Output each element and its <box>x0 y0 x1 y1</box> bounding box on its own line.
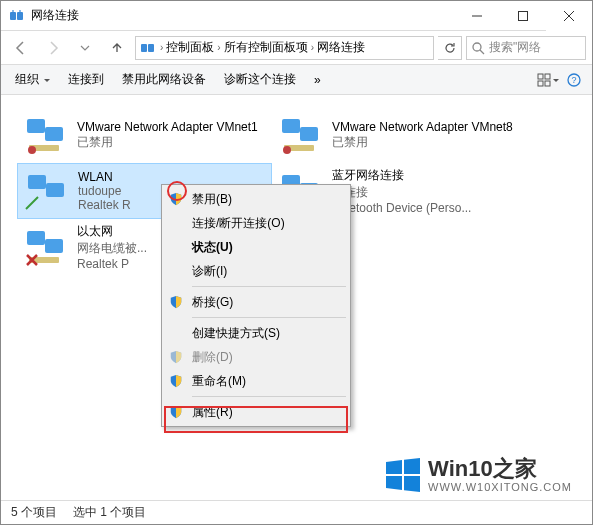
menu-diagnose[interactable]: 诊断(I) <box>164 259 348 283</box>
svg-rect-20 <box>282 119 300 133</box>
network-adapter-icon <box>23 115 67 155</box>
minimize-button[interactable] <box>454 1 500 31</box>
adapter-name: 以太网 <box>77 223 147 240</box>
menu-disable[interactable]: 禁用(B) <box>164 187 348 211</box>
svg-marker-35 <box>386 476 402 490</box>
svg-point-23 <box>283 146 291 154</box>
toolbar: 组织 连接到 禁用此网络设备 诊断这个连接 » ? <box>1 65 592 95</box>
adapter-ssid: tudoupe <box>78 184 131 198</box>
view-button[interactable] <box>536 68 560 92</box>
menu-separator <box>192 396 346 397</box>
svg-point-19 <box>28 146 36 154</box>
adapter-status: 网络电缆被... <box>77 240 147 257</box>
svg-rect-3 <box>519 11 528 20</box>
adapter-item-vmnet8[interactable]: VMware Network Adapter VMnet8 已禁用 <box>272 107 527 163</box>
svg-text:?: ? <box>571 75 576 85</box>
svg-marker-34 <box>404 458 420 474</box>
organize-button[interactable]: 组织 <box>7 67 58 92</box>
svg-rect-6 <box>141 44 147 52</box>
up-button[interactable] <box>103 34 131 62</box>
adapter-device: Realtek P <box>77 257 147 271</box>
svg-rect-7 <box>148 44 154 52</box>
search-placeholder: 搜索"网络 <box>489 39 541 56</box>
svg-rect-12 <box>538 81 543 86</box>
window-icon <box>9 8 25 24</box>
adapter-status: 已禁用 <box>77 134 258 151</box>
wlan-adapter-icon <box>24 171 68 211</box>
svg-point-8 <box>473 43 481 51</box>
svg-rect-24 <box>28 175 46 189</box>
diagnose-button[interactable]: 诊断这个连接 <box>216 67 304 92</box>
shield-icon <box>168 373 184 389</box>
adapter-item-vmnet1[interactable]: VMware Network Adapter VMnet1 已禁用 <box>17 107 272 163</box>
adapter-device: Bluetooth Device (Perso... <box>332 201 471 215</box>
adapter-name: WLAN <box>78 170 131 184</box>
breadcrumb-item[interactable]: 控制面板 <box>163 39 217 56</box>
watermark-url: WWW.W10XITONG.COM <box>428 482 572 493</box>
back-button[interactable] <box>7 34 35 62</box>
svg-rect-16 <box>27 119 45 133</box>
menu-separator <box>192 286 346 287</box>
title-bar: 网络连接 <box>1 1 592 31</box>
shield-icon <box>168 404 184 420</box>
breadcrumb[interactable]: › 控制面板 › 所有控制面板项 › 网络连接 <box>135 36 434 60</box>
watermark: Win10之家 WWW.W10XITONG.COM <box>384 456 572 494</box>
adapter-name: VMware Network Adapter VMnet1 <box>77 120 258 134</box>
status-selection-count: 选中 1 个项目 <box>73 504 146 521</box>
forward-button[interactable] <box>39 34 67 62</box>
menu-properties[interactable]: 属性(R) <box>164 400 348 424</box>
network-adapter-icon <box>278 115 322 155</box>
svg-rect-1 <box>17 12 23 20</box>
close-button[interactable] <box>546 1 592 31</box>
windows-logo-icon <box>384 456 422 494</box>
menu-separator <box>192 317 346 318</box>
maximize-button[interactable] <box>500 1 546 31</box>
status-bar: 5 个项目 选中 1 个项目 <box>1 500 592 524</box>
location-icon <box>140 40 156 56</box>
ethernet-adapter-icon <box>23 227 67 267</box>
svg-rect-11 <box>545 74 550 79</box>
adapter-status: 已禁用 <box>332 134 513 151</box>
window-title: 网络连接 <box>31 7 454 24</box>
svg-rect-25 <box>46 183 64 197</box>
svg-rect-31 <box>45 239 63 253</box>
svg-marker-33 <box>386 460 402 474</box>
svg-rect-13 <box>545 81 550 86</box>
context-menu: 禁用(B) 连接/断开连接(O) 状态(U) 诊断(I) 桥接(G) 创建快捷方… <box>161 184 351 427</box>
recent-dropdown[interactable] <box>71 34 99 62</box>
adapter-name: VMware Network Adapter VMnet8 <box>332 120 513 134</box>
menu-create-shortcut[interactable]: 创建快捷方式(S) <box>164 321 348 345</box>
adapter-name: 蓝牙网络连接 <box>332 167 471 184</box>
address-bar: › 控制面板 › 所有控制面板项 › 网络连接 搜索"网络 <box>1 31 592 65</box>
menu-delete: 删除(D) <box>164 345 348 369</box>
watermark-title: Win10之家 <box>428 458 572 480</box>
help-button[interactable]: ? <box>562 68 586 92</box>
toolbar-overflow[interactable]: » <box>306 69 329 91</box>
adapter-status: 未连接 <box>332 184 471 201</box>
menu-connect-disconnect[interactable]: 连接/断开连接(O) <box>164 211 348 235</box>
disable-device-button[interactable]: 禁用此网络设备 <box>114 67 214 92</box>
menu-status[interactable]: 状态(U) <box>164 235 348 259</box>
adapter-device: Realtek R <box>78 198 131 212</box>
menu-rename[interactable]: 重命名(M) <box>164 369 348 393</box>
svg-rect-21 <box>300 127 318 141</box>
shield-icon <box>168 349 184 365</box>
svg-rect-0 <box>10 12 16 20</box>
menu-bridge[interactable]: 桥接(G) <box>164 290 348 314</box>
connect-button[interactable]: 连接到 <box>60 67 112 92</box>
svg-rect-10 <box>538 74 543 79</box>
svg-marker-36 <box>404 476 420 492</box>
svg-rect-17 <box>45 127 63 141</box>
breadcrumb-item[interactable]: 所有控制面板项 <box>221 39 311 56</box>
shield-icon <box>168 191 184 207</box>
status-item-count: 5 个项目 <box>11 504 57 521</box>
svg-line-9 <box>480 50 484 54</box>
search-input[interactable]: 搜索"网络 <box>466 36 586 60</box>
svg-rect-30 <box>27 231 45 245</box>
refresh-button[interactable] <box>438 36 462 60</box>
breadcrumb-item[interactable]: 网络连接 <box>314 39 368 56</box>
search-icon <box>471 41 485 55</box>
shield-icon <box>168 294 184 310</box>
